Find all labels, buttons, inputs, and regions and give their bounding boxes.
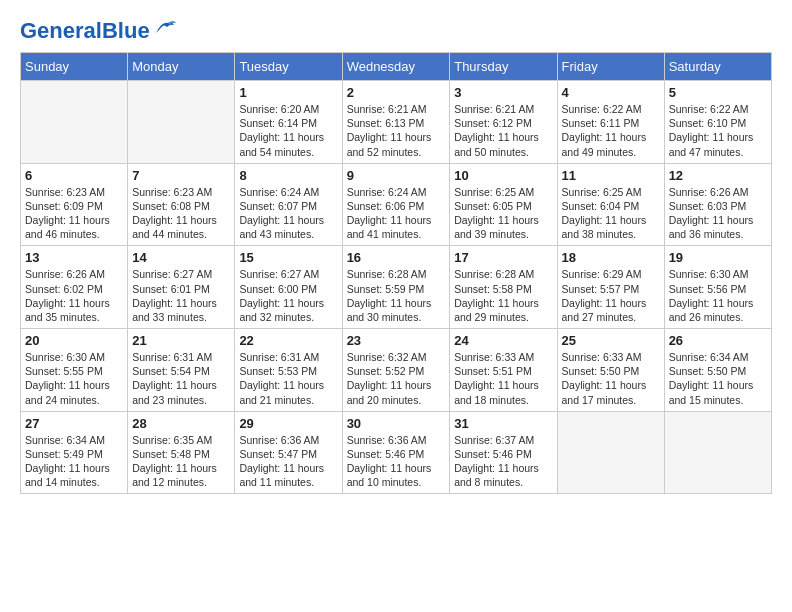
calendar-cell: 26Sunrise: 6:34 AM Sunset: 5:50 PM Dayli… bbox=[664, 329, 771, 412]
calendar-cell: 7Sunrise: 6:23 AM Sunset: 6:08 PM Daylig… bbox=[128, 163, 235, 246]
day-info: Sunrise: 6:31 AM Sunset: 5:54 PM Dayligh… bbox=[132, 350, 230, 407]
calendar-cell bbox=[557, 411, 664, 494]
day-info: Sunrise: 6:26 AM Sunset: 6:02 PM Dayligh… bbox=[25, 267, 123, 324]
day-info: Sunrise: 6:34 AM Sunset: 5:49 PM Dayligh… bbox=[25, 433, 123, 490]
day-number: 20 bbox=[25, 333, 123, 348]
day-info: Sunrise: 6:27 AM Sunset: 6:01 PM Dayligh… bbox=[132, 267, 230, 324]
day-number: 31 bbox=[454, 416, 552, 431]
day-info: Sunrise: 6:22 AM Sunset: 6:10 PM Dayligh… bbox=[669, 102, 767, 159]
calendar-cell: 12Sunrise: 6:26 AM Sunset: 6:03 PM Dayli… bbox=[664, 163, 771, 246]
calendar-cell: 14Sunrise: 6:27 AM Sunset: 6:01 PM Dayli… bbox=[128, 246, 235, 329]
calendar-cell: 31Sunrise: 6:37 AM Sunset: 5:46 PM Dayli… bbox=[450, 411, 557, 494]
day-info: Sunrise: 6:36 AM Sunset: 5:46 PM Dayligh… bbox=[347, 433, 446, 490]
calendar-cell: 22Sunrise: 6:31 AM Sunset: 5:53 PM Dayli… bbox=[235, 329, 342, 412]
logo: GeneralBlue bbox=[20, 20, 176, 42]
calendar-cell: 4Sunrise: 6:22 AM Sunset: 6:11 PM Daylig… bbox=[557, 81, 664, 164]
day-number: 9 bbox=[347, 168, 446, 183]
day-info: Sunrise: 6:23 AM Sunset: 6:08 PM Dayligh… bbox=[132, 185, 230, 242]
calendar-cell: 2Sunrise: 6:21 AM Sunset: 6:13 PM Daylig… bbox=[342, 81, 450, 164]
logo-text: GeneralBlue bbox=[20, 20, 150, 42]
calendar-cell: 29Sunrise: 6:36 AM Sunset: 5:47 PM Dayli… bbox=[235, 411, 342, 494]
calendar-cell: 27Sunrise: 6:34 AM Sunset: 5:49 PM Dayli… bbox=[21, 411, 128, 494]
day-info: Sunrise: 6:30 AM Sunset: 5:56 PM Dayligh… bbox=[669, 267, 767, 324]
day-number: 30 bbox=[347, 416, 446, 431]
day-number: 17 bbox=[454, 250, 552, 265]
day-info: Sunrise: 6:22 AM Sunset: 6:11 PM Dayligh… bbox=[562, 102, 660, 159]
logo-general: General bbox=[20, 18, 102, 43]
day-info: Sunrise: 6:21 AM Sunset: 6:12 PM Dayligh… bbox=[454, 102, 552, 159]
calendar-cell: 18Sunrise: 6:29 AM Sunset: 5:57 PM Dayli… bbox=[557, 246, 664, 329]
day-info: Sunrise: 6:25 AM Sunset: 6:05 PM Dayligh… bbox=[454, 185, 552, 242]
day-number: 6 bbox=[25, 168, 123, 183]
day-info: Sunrise: 6:27 AM Sunset: 6:00 PM Dayligh… bbox=[239, 267, 337, 324]
col-header-wednesday: Wednesday bbox=[342, 53, 450, 81]
day-info: Sunrise: 6:21 AM Sunset: 6:13 PM Dayligh… bbox=[347, 102, 446, 159]
day-info: Sunrise: 6:28 AM Sunset: 5:58 PM Dayligh… bbox=[454, 267, 552, 324]
calendar-cell: 6Sunrise: 6:23 AM Sunset: 6:09 PM Daylig… bbox=[21, 163, 128, 246]
day-number: 16 bbox=[347, 250, 446, 265]
day-number: 23 bbox=[347, 333, 446, 348]
day-number: 7 bbox=[132, 168, 230, 183]
col-header-saturday: Saturday bbox=[664, 53, 771, 81]
day-number: 25 bbox=[562, 333, 660, 348]
calendar-cell bbox=[664, 411, 771, 494]
day-info: Sunrise: 6:30 AM Sunset: 5:55 PM Dayligh… bbox=[25, 350, 123, 407]
calendar-cell: 25Sunrise: 6:33 AM Sunset: 5:50 PM Dayli… bbox=[557, 329, 664, 412]
calendar-week-row: 27Sunrise: 6:34 AM Sunset: 5:49 PM Dayli… bbox=[21, 411, 772, 494]
calendar-cell: 30Sunrise: 6:36 AM Sunset: 5:46 PM Dayli… bbox=[342, 411, 450, 494]
logo-blue: Blue bbox=[102, 18, 150, 43]
calendar-table: SundayMondayTuesdayWednesdayThursdayFrid… bbox=[20, 52, 772, 494]
calendar-header-row: SundayMondayTuesdayWednesdayThursdayFrid… bbox=[21, 53, 772, 81]
day-number: 28 bbox=[132, 416, 230, 431]
calendar-week-row: 13Sunrise: 6:26 AM Sunset: 6:02 PM Dayli… bbox=[21, 246, 772, 329]
calendar-week-row: 20Sunrise: 6:30 AM Sunset: 5:55 PM Dayli… bbox=[21, 329, 772, 412]
calendar-cell bbox=[128, 81, 235, 164]
day-info: Sunrise: 6:28 AM Sunset: 5:59 PM Dayligh… bbox=[347, 267, 446, 324]
day-number: 27 bbox=[25, 416, 123, 431]
calendar-cell: 28Sunrise: 6:35 AM Sunset: 5:48 PM Dayli… bbox=[128, 411, 235, 494]
col-header-sunday: Sunday bbox=[21, 53, 128, 81]
day-info: Sunrise: 6:33 AM Sunset: 5:50 PM Dayligh… bbox=[562, 350, 660, 407]
day-info: Sunrise: 6:25 AM Sunset: 6:04 PM Dayligh… bbox=[562, 185, 660, 242]
day-info: Sunrise: 6:33 AM Sunset: 5:51 PM Dayligh… bbox=[454, 350, 552, 407]
col-header-thursday: Thursday bbox=[450, 53, 557, 81]
day-info: Sunrise: 6:37 AM Sunset: 5:46 PM Dayligh… bbox=[454, 433, 552, 490]
day-number: 11 bbox=[562, 168, 660, 183]
day-info: Sunrise: 6:34 AM Sunset: 5:50 PM Dayligh… bbox=[669, 350, 767, 407]
day-info: Sunrise: 6:31 AM Sunset: 5:53 PM Dayligh… bbox=[239, 350, 337, 407]
calendar-cell: 16Sunrise: 6:28 AM Sunset: 5:59 PM Dayli… bbox=[342, 246, 450, 329]
day-info: Sunrise: 6:36 AM Sunset: 5:47 PM Dayligh… bbox=[239, 433, 337, 490]
col-header-friday: Friday bbox=[557, 53, 664, 81]
calendar-cell: 20Sunrise: 6:30 AM Sunset: 5:55 PM Dayli… bbox=[21, 329, 128, 412]
logo-bird-icon bbox=[154, 19, 176, 37]
day-number: 4 bbox=[562, 85, 660, 100]
day-number: 3 bbox=[454, 85, 552, 100]
calendar-cell: 1Sunrise: 6:20 AM Sunset: 6:14 PM Daylig… bbox=[235, 81, 342, 164]
day-number: 21 bbox=[132, 333, 230, 348]
calendar-cell: 8Sunrise: 6:24 AM Sunset: 6:07 PM Daylig… bbox=[235, 163, 342, 246]
col-header-tuesday: Tuesday bbox=[235, 53, 342, 81]
calendar-cell: 23Sunrise: 6:32 AM Sunset: 5:52 PM Dayli… bbox=[342, 329, 450, 412]
calendar-cell: 24Sunrise: 6:33 AM Sunset: 5:51 PM Dayli… bbox=[450, 329, 557, 412]
day-number: 26 bbox=[669, 333, 767, 348]
day-number: 8 bbox=[239, 168, 337, 183]
day-number: 29 bbox=[239, 416, 337, 431]
calendar-cell: 19Sunrise: 6:30 AM Sunset: 5:56 PM Dayli… bbox=[664, 246, 771, 329]
calendar-cell: 5Sunrise: 6:22 AM Sunset: 6:10 PM Daylig… bbox=[664, 81, 771, 164]
day-number: 24 bbox=[454, 333, 552, 348]
day-info: Sunrise: 6:24 AM Sunset: 6:06 PM Dayligh… bbox=[347, 185, 446, 242]
day-number: 5 bbox=[669, 85, 767, 100]
day-number: 18 bbox=[562, 250, 660, 265]
day-number: 22 bbox=[239, 333, 337, 348]
calendar-cell: 10Sunrise: 6:25 AM Sunset: 6:05 PM Dayli… bbox=[450, 163, 557, 246]
day-number: 12 bbox=[669, 168, 767, 183]
day-info: Sunrise: 6:32 AM Sunset: 5:52 PM Dayligh… bbox=[347, 350, 446, 407]
calendar-cell: 3Sunrise: 6:21 AM Sunset: 6:12 PM Daylig… bbox=[450, 81, 557, 164]
day-info: Sunrise: 6:24 AM Sunset: 6:07 PM Dayligh… bbox=[239, 185, 337, 242]
calendar-week-row: 1Sunrise: 6:20 AM Sunset: 6:14 PM Daylig… bbox=[21, 81, 772, 164]
calendar-cell: 15Sunrise: 6:27 AM Sunset: 6:00 PM Dayli… bbox=[235, 246, 342, 329]
calendar-cell: 21Sunrise: 6:31 AM Sunset: 5:54 PM Dayli… bbox=[128, 329, 235, 412]
calendar-cell bbox=[21, 81, 128, 164]
day-info: Sunrise: 6:26 AM Sunset: 6:03 PM Dayligh… bbox=[669, 185, 767, 242]
day-info: Sunrise: 6:29 AM Sunset: 5:57 PM Dayligh… bbox=[562, 267, 660, 324]
